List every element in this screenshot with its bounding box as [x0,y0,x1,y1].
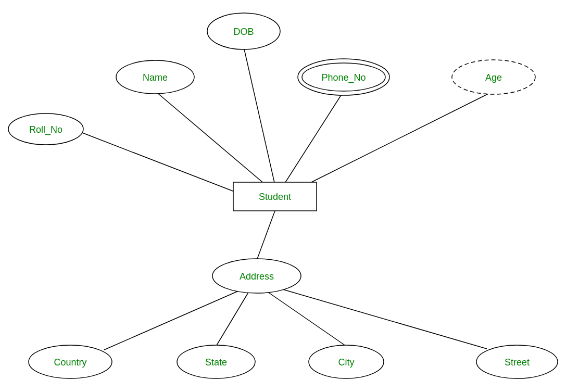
country-label: Country [54,357,86,368]
street-label: Street [505,357,530,368]
age-label: Age [485,72,502,83]
line-address-street [281,289,487,349]
name-label: Name [143,72,168,83]
line-student-address [257,211,275,260]
dob-label: DOB [233,27,254,37]
line-student-name [155,91,266,185]
line-address-city [266,290,346,346]
line-address-state [216,292,249,346]
state-label: State [205,357,227,368]
address-label: Address [240,271,274,282]
student-label: Student [259,192,291,202]
line-student-dob [244,47,275,185]
phone-label: Phone_No [321,72,366,83]
line-student-rollno [82,133,244,195]
rollno-label: Roll_No [29,124,62,135]
city-label: City [338,357,355,368]
